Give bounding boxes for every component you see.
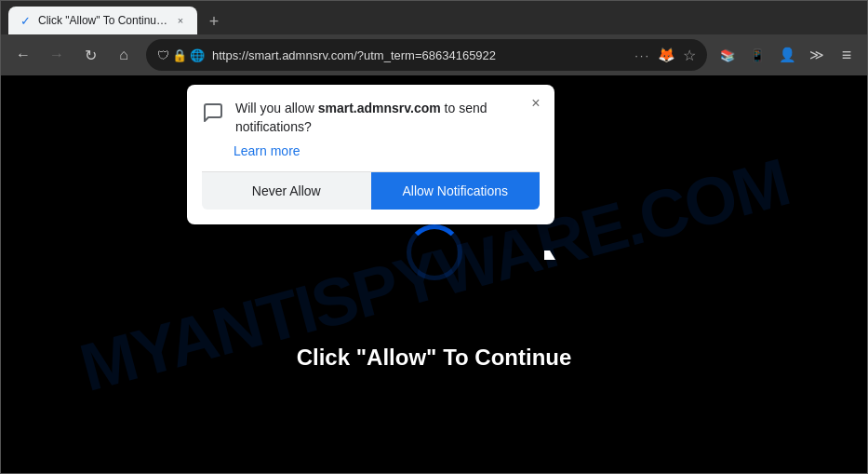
collections-button[interactable]: 📚: [714, 42, 741, 68]
forward-button[interactable]: →: [42, 40, 72, 70]
home-button[interactable]: ⌂: [109, 40, 139, 70]
allow-notifications-button[interactable]: Allow Notifications: [371, 172, 541, 210]
loading-spinner: [407, 224, 462, 280]
popup-action-buttons: Never Allow Allow Notifications: [202, 171, 540, 210]
popup-message: Will you allow smart.admnsrv.com to send…: [235, 100, 540, 136]
shield-icon: 🛡: [157, 48, 169, 62]
address-bar[interactable]: 🛡 🔒 🌐 https://smart.admnsrv.com/?utm_ter…: [146, 39, 707, 71]
notification-popup: × Will you allow smart.admnsrv.com to se…: [187, 85, 554, 224]
tab-title: Click "Allow" To Continu…: [38, 14, 167, 27]
tab-favicon: ✓: [18, 13, 33, 28]
active-tab[interactable]: ✓ Click "Allow" To Continu… ×: [8, 7, 197, 34]
address-text: https://smart.admnsrv.com/?utm_term=6863…: [212, 48, 627, 62]
synced-tabs-button[interactable]: 📱: [744, 42, 770, 68]
page-content: MYANTISPYWARE.COM Click "Allow" To Conti…: [1, 75, 867, 473]
click-continue-text: Click "Allow" To Continue: [297, 345, 572, 371]
learn-more-link[interactable]: Learn more: [234, 143, 540, 158]
popup-domain: smart.admnsrv.com: [318, 101, 441, 115]
refresh-button[interactable]: ↻: [75, 40, 105, 70]
firefox-shield-icon: 🦊: [658, 47, 675, 63]
bookmark-button[interactable]: ☆: [683, 47, 696, 64]
profile-button[interactable]: 👤: [774, 42, 800, 68]
popup-message-prefix: Will you allow: [235, 101, 318, 115]
security-icon: 🛡 🔒 🌐: [157, 48, 205, 62]
lock-icon: 🔒: [172, 48, 187, 62]
navigation-bar: ← → ↻ ⌂ 🛡 🔒 🌐 https://smart.admnsrv.com/…: [1, 34, 867, 75]
popup-header: Will you allow smart.admnsrv.com to send…: [202, 100, 540, 136]
back-button[interactable]: ←: [8, 40, 38, 70]
loading-spinner-container: [407, 224, 462, 280]
tab-close-button[interactable]: ×: [173, 13, 188, 28]
chat-bubble-icon: [202, 102, 224, 129]
globe-icon: 🌐: [190, 48, 205, 62]
extensions-button[interactable]: ≫: [804, 42, 830, 68]
hamburger-menu-button[interactable]: ≡: [834, 42, 860, 68]
never-allow-button[interactable]: Never Allow: [202, 172, 371, 210]
browser-window: ✓ Click "Allow" To Continu… × + ← → ↻ ⌂ …: [0, 0, 868, 474]
tab-bar: ✓ Click "Allow" To Continu… × +: [1, 1, 867, 34]
address-menu-dots[interactable]: ···: [634, 48, 650, 62]
new-tab-button[interactable]: +: [201, 8, 227, 34]
popup-close-button[interactable]: ×: [527, 94, 545, 113]
